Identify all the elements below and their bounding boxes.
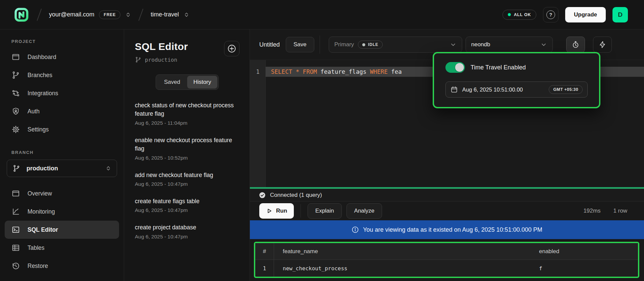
history-item-date: Aug 6, 2025 - 10:47pm <box>135 207 239 213</box>
tab-saved[interactable]: Saved <box>157 76 187 89</box>
chevron-down-icon <box>450 41 457 48</box>
settings-gear-icon <box>11 125 20 134</box>
sql-statement: SELECT * FROM feature_flags WHERE fea <box>266 68 402 75</box>
panel-title: SQL Editor <box>135 41 188 52</box>
status-ok-dot <box>508 13 511 16</box>
status-label: ALL OK <box>514 12 531 17</box>
help-button[interactable]: ? <box>543 7 558 22</box>
sidebar-item-sql-editor[interactable]: SQL Editor <box>5 221 119 239</box>
time-travel-datetime-field[interactable]: Aug 6, 2025 10:51:00.00 GMT +05:30 <box>445 81 588 98</box>
history-item[interactable]: create project database Aug 6, 2025 - 10… <box>135 223 239 239</box>
analyze-button[interactable]: Analyze <box>346 203 382 219</box>
history-item[interactable]: enable new checkout process feature flag… <box>135 136 239 161</box>
history-item-title: check status of new checkout process fea… <box>135 101 235 118</box>
header-cell: feature_name <box>274 248 539 255</box>
sidebar-item-label: Restore <box>28 263 48 270</box>
compute-selector[interactable]: Primary IDLE <box>329 37 462 53</box>
time-travel-button[interactable] <box>566 37 585 53</box>
project-selector[interactable]: time-travel <box>151 11 190 18</box>
toggle-knob <box>455 63 464 72</box>
header-cell: enabled <box>539 248 638 255</box>
sidebar-item-tables[interactable]: Tables <box>0 239 124 257</box>
idle-dot <box>362 43 365 46</box>
history-item-date: Aug 6, 2025 - 10:52pm <box>135 155 239 161</box>
dashboard-icon <box>11 53 20 61</box>
sidebar-item-overview[interactable]: Overview <box>0 184 124 203</box>
play-icon <box>266 208 273 214</box>
toolbar-divider <box>320 36 320 54</box>
restore-history-icon <box>11 262 20 270</box>
panel-branch-name: production <box>145 57 177 63</box>
new-query-button[interactable] <box>224 41 239 56</box>
sidebar-item-label: Settings <box>28 126 49 133</box>
chevron-updown-icon <box>125 12 131 18</box>
breadcrumb-slash <box>139 8 144 20</box>
query-workarea: Untitled Save Primary IDLE neondb <box>250 30 644 281</box>
user-avatar[interactable]: D <box>612 7 628 22</box>
database-selector[interactable]: neondb <box>466 37 553 53</box>
save-button[interactable]: Save <box>286 37 314 52</box>
neon-logo[interactable] <box>13 7 30 23</box>
editor-gutter <box>250 60 266 187</box>
sidebar-item-branches[interactable]: Branches <box>0 66 124 84</box>
question-icon: ? <box>546 10 555 19</box>
row-count: 1 row <box>613 208 627 214</box>
run-button[interactable]: Run <box>259 203 294 219</box>
branch-icon <box>11 71 20 79</box>
calendar-icon <box>450 86 458 93</box>
query-tab-title[interactable]: Untitled <box>259 41 280 48</box>
sidebar-item-label: Auth <box>28 108 40 115</box>
sidebar-item-monitoring[interactable]: Monitoring <box>0 203 124 221</box>
sidebar-item-auth[interactable]: Auth <box>0 102 124 120</box>
time-travel-popup: Time Travel Enabled Aug 6, 2025 10:51:00… <box>433 52 600 108</box>
banner-text: You are viewing data as it existed on Au… <box>363 226 542 233</box>
sidebar-item-integrations[interactable]: Integrations <box>0 84 124 102</box>
tables-icon <box>11 243 20 252</box>
upgrade-button[interactable]: Upgrade <box>565 7 606 22</box>
connection-status-bar: Connected (1 query) <box>250 189 644 202</box>
history-item-date: Aug 6, 2025 - 10:47pm <box>135 234 239 240</box>
overview-icon <box>11 189 20 198</box>
history-item[interactable]: check status of new checkout process fea… <box>135 101 239 126</box>
sidebar-item-label: Integrations <box>28 90 58 97</box>
timezone-badge: GMT +05:30 <box>549 85 583 94</box>
history-item[interactable]: create feature flags table Aug 6, 2025 -… <box>135 197 239 213</box>
chevron-down-icon <box>540 41 547 48</box>
branch-selector[interactable]: production <box>7 160 117 177</box>
history-item-date: Aug 6, 2025 - 11:04pm <box>135 120 239 126</box>
history-item-title: enable new checkout process feature flag <box>135 136 235 153</box>
sidebar-item-label: Dashboard <box>28 54 56 61</box>
compute-status-badge: IDLE <box>358 41 383 49</box>
header-cell: # <box>255 243 274 260</box>
account-email: your@email.com <box>49 11 94 18</box>
integrations-icon <box>11 89 20 98</box>
neon-logo-icon <box>14 7 29 22</box>
account-selector[interactable]: your@email.com FREE <box>49 10 131 19</box>
system-status-pill[interactable]: ALL OK <box>502 10 536 20</box>
time-travel-toggle-label: Time Travel Enabled <box>471 64 526 71</box>
time-travel-toggle[interactable] <box>445 62 465 73</box>
history-item-title: add new checkout feature flag <box>135 171 235 179</box>
saved-history-tabs: Saved History <box>156 74 219 90</box>
sidebar-item-label: Tables <box>28 244 45 251</box>
sidebar-item-restore[interactable]: Restore <box>0 257 124 275</box>
branch-icon <box>12 164 20 172</box>
zap-icon <box>598 41 606 49</box>
tab-history[interactable]: History <box>187 76 217 89</box>
quick-actions-button[interactable] <box>593 37 612 53</box>
stopwatch-icon <box>572 41 580 49</box>
plus-circle-icon <box>227 44 236 53</box>
history-item[interactable]: add new checkout feature flag Aug 6, 202… <box>135 171 239 187</box>
branch-section-label: BRANCH <box>0 150 124 155</box>
explain-button[interactable]: Explain <box>308 203 342 219</box>
auth-shield-icon <box>11 107 20 116</box>
info-icon <box>352 226 359 233</box>
sidebar-item-label: SQL Editor <box>28 226 58 233</box>
history-item-title: create feature flags table <box>135 197 235 206</box>
sidebar: PROJECT Dashboard Branches Integrations … <box>0 30 124 281</box>
results-table-header: # feature_name enabled <box>255 243 638 260</box>
top-bar: your@email.com FREE time-travel ALL OK ?… <box>0 0 644 30</box>
sidebar-item-dashboard[interactable]: Dashboard <box>0 48 124 66</box>
query-actions-bar: Run Explain Analyze 192ms 1 row <box>250 202 644 220</box>
sidebar-item-settings[interactable]: Settings <box>0 120 124 138</box>
